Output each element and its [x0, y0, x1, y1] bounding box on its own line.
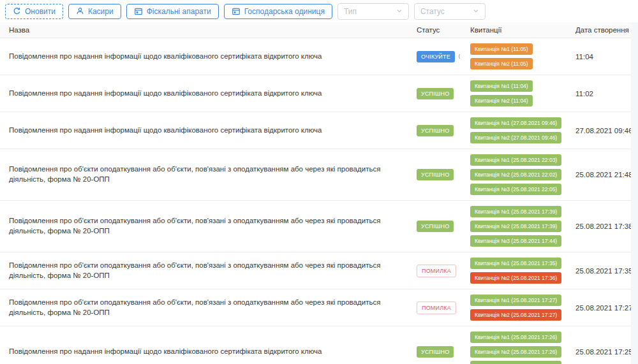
scrollbar-track[interactable]	[631, 22, 638, 364]
business-unit-button[interactable]: Господарська одиниця	[224, 4, 332, 19]
table-row[interactable]: Повідомлення про надання інформації щодо…	[0, 75, 638, 112]
person-icon	[76, 7, 84, 15]
receipt-badge[interactable]: Квитанція №1 (27.08.2021 09:46)	[470, 117, 561, 129]
receipt-badge[interactable]: Квитанція №2 (25.08.2021 17:36)	[470, 272, 561, 284]
loading-spinner-icon	[459, 53, 466, 60]
documents-table: Назва Статус Квитанції Дата створення По…	[0, 22, 638, 364]
receipt-badge[interactable]: Квитанція №1 (11:04)	[470, 80, 533, 92]
receipt-badge[interactable]: Квитанція №3 (25.08.2021 17:35)	[470, 361, 561, 364]
business-unit-label: Господарська одиниця	[244, 7, 325, 16]
receipt-badge[interactable]: Квитанція №1 (25.08.2021 22:03)	[470, 154, 561, 166]
receipts: Квитанція №1 (11:05)Квитанція №2 (11:05)	[470, 43, 575, 69]
toolbar: Оновити Касири Фіскальні апарати	[0, 0, 638, 22]
type-select[interactable]: Тип	[338, 3, 409, 20]
table-row[interactable]: Повідомлення про об'єкти оподаткування а…	[0, 289, 638, 326]
documents-page: Оновити Касири Фіскальні апарати	[0, 0, 638, 364]
table-row[interactable]: Повідомлення про об'єкти оподаткування а…	[0, 201, 638, 252]
row-date: 25.08.2021 17:35	[575, 267, 638, 275]
receipt-badge[interactable]: Квитанція №2 (25.08.2021 17:27)	[470, 309, 561, 321]
receipt-badge[interactable]: Квитанція №2 (11:05)	[470, 58, 533, 69]
row-date: 11:02	[575, 90, 638, 98]
receipt-badge[interactable]: Квитанція №1 (25.08.2021 17:39)	[470, 206, 561, 217]
receipt-badge[interactable]: Квитанція №2 (25.08.2021 22:02)	[470, 169, 561, 180]
row-date: 25.08.2021 17:27	[575, 304, 638, 312]
receipt-badge[interactable]: Квитанція №2 (11:04)	[470, 95, 533, 106]
cashiers-label: Касири	[88, 7, 114, 16]
receipts: Квитанція №1 (27.08.2021 09:46)Квитанція…	[470, 117, 575, 143]
row-name: Повідомлення про надання інформації щодо…	[9, 347, 417, 357]
column-header-name: Назва	[9, 26, 417, 34]
receipt-badge[interactable]: Квитанція №1 (25.08.2021 17:26)	[470, 331, 561, 343]
column-header-receipts: Квитанції	[470, 26, 575, 34]
status-badge: ПОМИЛКА	[417, 302, 456, 314]
status-badge: УСПІШНО	[417, 125, 454, 136]
row-name: Повідомлення про об'єкти оподаткування а…	[9, 164, 417, 184]
receipts: Квитанція №1 (11:04)Квитанція №2 (11:04)	[470, 80, 575, 106]
row-name: Повідомлення про надання інформації щодо…	[9, 126, 417, 136]
status-badge: УСПІШНО	[417, 346, 454, 358]
status-badge: ОЧІКУЙТЕ	[417, 51, 455, 62]
table-row[interactable]: Повідомлення про об'єкти оподаткування а…	[0, 149, 638, 201]
chevron-down-icon	[473, 7, 479, 16]
status-badge: УСПІШНО	[417, 88, 454, 99]
refresh-label: Оновити	[25, 7, 56, 16]
receipt-badge[interactable]: Квитанція №1 (25.08.2021 17:27)	[470, 295, 561, 306]
status-select-placeholder: Статус	[420, 7, 445, 16]
table-row[interactable]: Повідомлення про надання інформації щодо…	[0, 112, 638, 149]
row-date: 11:04	[575, 53, 638, 61]
receipt-badge[interactable]: Квитанція №3 (25.08.2021 22:05)	[470, 184, 561, 195]
row-name: Повідомлення про об'єкти оподаткування а…	[9, 216, 417, 236]
status-badge: ПОМИЛКА	[417, 265, 456, 277]
row-name: Повідомлення про надання інформації щодо…	[9, 52, 417, 62]
status-select[interactable]: Статус	[414, 3, 486, 20]
row-name: Повідомлення про надання інформації щодо…	[9, 89, 417, 99]
receipt-badge[interactable]: Квитанція №3 (25.08.2021 17:44)	[470, 235, 561, 247]
receipts: Квитанція №1 (25.08.2021 17:26)Квитанція…	[470, 331, 575, 364]
receipt-badge[interactable]: Квитанція №2 (25.08.2021 17:26)	[470, 346, 561, 358]
fiscal-devices-label: Фіскальні апарати	[147, 7, 211, 16]
table-row[interactable]: Повідомлення про об'єкти оподаткування а…	[0, 252, 638, 289]
row-name: Повідомлення про об'єкти оподаткування а…	[9, 261, 417, 280]
row-date: 27.08.2021 09:46	[575, 127, 638, 135]
receipts: Квитанція №1 (25.08.2021 17:27)Квитанція…	[470, 295, 575, 321]
receipts: Квитанція №1 (25.08.2021 17:35)Квитанція…	[470, 258, 575, 284]
table-header: Назва Статус Квитанції Дата створення	[0, 22, 638, 38]
receipt-badge[interactable]: Квитанція №1 (11:05)	[470, 43, 533, 55]
table-row[interactable]: Повідомлення про надання інформації щодо…	[0, 326, 638, 364]
refresh-icon	[13, 7, 21, 15]
column-header-created: Дата створення	[575, 26, 638, 34]
column-header-status: Статус	[417, 26, 470, 34]
refresh-button[interactable]: Оновити	[5, 4, 63, 19]
cash-register-icon	[232, 7, 241, 16]
row-date: 25.08.2021 17:25	[575, 348, 638, 356]
row-date: 25.08.2021 21:48	[575, 171, 638, 178]
receipts: Квитанція №1 (25.08.2021 17:39)Квитанція…	[470, 206, 575, 247]
table-body: Повідомлення про надання інформації щодо…	[0, 38, 638, 364]
table-row[interactable]: Повідомлення про надання інформації щодо…	[0, 38, 638, 75]
status-badge: УСПІШНО	[417, 169, 454, 180]
receipt-badge[interactable]: Квитанція №1 (25.08.2021 17:35)	[470, 258, 561, 269]
row-name: Повідомлення про об'єкти оподаткування а…	[9, 298, 417, 317]
receipt-badge[interactable]: Квитанція №2 (27.08.2021 09:46)	[470, 132, 561, 143]
row-date: 25.08.2021 17:38	[575, 222, 638, 230]
chevron-down-icon	[396, 7, 403, 16]
cashiers-button[interactable]: Касири	[68, 4, 121, 19]
status-badge: УСПІШНО	[417, 221, 454, 232]
receipts: Квитанція №1 (25.08.2021 22:03)Квитанція…	[470, 154, 575, 195]
receipt-badge[interactable]: Квитанція №2 (25.08.2021 17:39)	[470, 221, 561, 232]
fiscal-devices-button[interactable]: Фіскальні апарати	[126, 4, 219, 19]
cash-register-icon	[134, 7, 143, 16]
type-select-placeholder: Тип	[344, 7, 357, 16]
